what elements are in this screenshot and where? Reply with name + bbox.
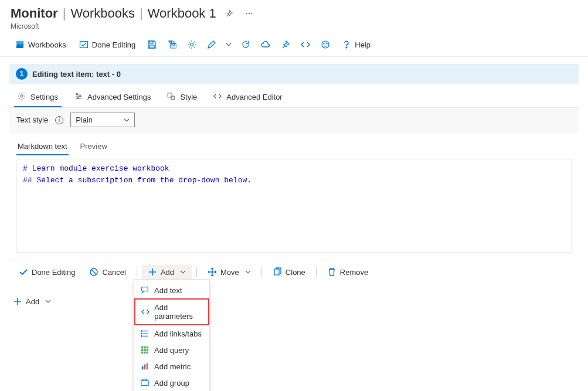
svg-rect-36 bbox=[147, 363, 148, 370]
item-toolbar: Done Editing Cancel Add Move bbox=[9, 260, 579, 284]
svg-rect-34 bbox=[142, 366, 144, 369]
svg-point-1 bbox=[249, 13, 250, 14]
clone-icon bbox=[273, 267, 282, 277]
done-editing-item-button[interactable]: Done Editing bbox=[13, 265, 81, 279]
tab-style[interactable]: Style bbox=[164, 87, 200, 107]
page-add-button[interactable]: Add bbox=[11, 294, 53, 308]
svg-rect-31 bbox=[141, 352, 144, 354]
cloud-icon[interactable] bbox=[257, 38, 274, 52]
svg-rect-7 bbox=[169, 41, 172, 43]
add-button[interactable]: Add bbox=[142, 265, 192, 279]
save-as-icon[interactable] bbox=[164, 38, 180, 52]
svg-rect-4 bbox=[80, 42, 87, 48]
pin-icon[interactable] bbox=[222, 6, 236, 21]
title-name: Workbook 1 bbox=[148, 6, 216, 21]
save-icon[interactable] bbox=[144, 38, 160, 52]
tab-settings[interactable]: Settings bbox=[14, 87, 62, 107]
plus-icon bbox=[148, 267, 157, 277]
svg-point-2 bbox=[251, 13, 252, 14]
editing-panel: 1 Editing text item: text - 0 Settings A… bbox=[9, 64, 579, 284]
svg-rect-8 bbox=[172, 43, 174, 45]
move-icon bbox=[208, 267, 217, 277]
pencil-icon[interactable] bbox=[203, 38, 220, 52]
svg-point-9 bbox=[191, 43, 193, 46]
svg-point-16 bbox=[79, 96, 80, 97]
settings-gear-icon[interactable] bbox=[183, 38, 200, 52]
svg-rect-21 bbox=[274, 269, 279, 275]
group-icon bbox=[140, 378, 149, 387]
comment-icon bbox=[140, 285, 149, 295]
svg-point-24 bbox=[141, 336, 142, 337]
pin-toolbar-icon[interactable] bbox=[277, 38, 294, 52]
code-icon[interactable] bbox=[297, 38, 314, 52]
svg-rect-33 bbox=[147, 352, 149, 354]
svg-rect-6 bbox=[149, 45, 154, 48]
help-icon bbox=[342, 40, 351, 49]
done-editing-icon bbox=[79, 40, 89, 49]
svg-rect-27 bbox=[147, 346, 149, 349]
svg-rect-28 bbox=[141, 349, 144, 351]
smile-icon[interactable] bbox=[317, 38, 334, 52]
svg-rect-37 bbox=[141, 381, 148, 386]
workbooks-button[interactable]: Workbooks bbox=[11, 38, 71, 52]
tab-advanced-settings[interactable]: Advanced Settings bbox=[71, 87, 154, 107]
menu-add-parameters[interactable]: Add parameters bbox=[134, 298, 209, 325]
sliders-icon bbox=[74, 92, 84, 101]
svg-rect-38 bbox=[143, 379, 147, 381]
list-icon bbox=[140, 329, 149, 338]
svg-point-14 bbox=[21, 95, 23, 97]
svg-point-11 bbox=[324, 43, 324, 44]
svg-point-17 bbox=[77, 97, 79, 98]
svg-point-22 bbox=[141, 331, 142, 332]
remove-button[interactable]: Remove bbox=[321, 265, 374, 279]
tab-preview[interactable]: Preview bbox=[79, 138, 108, 155]
move-button[interactable]: Move bbox=[202, 265, 257, 279]
svg-point-15 bbox=[76, 93, 77, 94]
help-button[interactable]: Help bbox=[337, 38, 375, 52]
text-style-label: Text style bbox=[16, 115, 48, 124]
tab-advanced-editor[interactable]: Advanced Editor bbox=[210, 87, 285, 107]
pencil-chevron-icon[interactable] bbox=[223, 42, 234, 47]
code-brackets-icon bbox=[213, 92, 223, 101]
step-badge: 1 bbox=[16, 68, 28, 80]
svg-rect-5 bbox=[149, 41, 153, 43]
more-icon[interactable] bbox=[242, 6, 256, 21]
cancel-button[interactable]: Cancel bbox=[83, 265, 131, 279]
gear-icon bbox=[18, 92, 27, 101]
info-icon[interactable]: i bbox=[55, 116, 63, 124]
markdown-editor[interactable]: # Learn module exercise workbook ## Sele… bbox=[16, 159, 572, 253]
svg-rect-25 bbox=[141, 346, 144, 349]
editor-line: # Learn module exercise workbook bbox=[23, 163, 565, 175]
tab-markdown-text[interactable]: Markdown text bbox=[16, 138, 69, 155]
editor-line: ## Select a subscription from the drop-d… bbox=[23, 175, 565, 186]
clone-button[interactable]: Clone bbox=[267, 265, 311, 279]
workbooks-icon bbox=[15, 40, 25, 49]
cancel-icon bbox=[89, 267, 98, 277]
done-editing-button[interactable]: Done Editing bbox=[74, 38, 140, 52]
menu-add-query[interactable]: Add query bbox=[134, 342, 209, 358]
svg-point-10 bbox=[322, 41, 329, 48]
add-menu: Add text Add parameters Add links/tabs A… bbox=[134, 279, 210, 391]
code-params-icon bbox=[141, 307, 149, 317]
svg-rect-29 bbox=[144, 349, 146, 351]
menu-add-group[interactable]: Add group bbox=[134, 375, 209, 391]
check-icon bbox=[19, 267, 28, 277]
text-style-dropdown[interactable]: Plain bbox=[70, 113, 135, 127]
command-bar: Workbooks Done Editing Help bbox=[0, 33, 588, 57]
plus-icon bbox=[13, 297, 22, 306]
svg-point-23 bbox=[141, 333, 142, 334]
bar-chart-icon bbox=[140, 362, 149, 371]
trash-icon bbox=[327, 267, 337, 277]
svg-point-12 bbox=[327, 43, 327, 44]
menu-add-text[interactable]: Add text bbox=[134, 282, 209, 298]
svg-point-0 bbox=[246, 13, 247, 14]
menu-add-links-tabs[interactable]: Add links/tabs bbox=[134, 325, 209, 342]
title-section: Workbooks bbox=[70, 6, 135, 21]
style-layout-icon bbox=[167, 92, 176, 101]
menu-add-metric[interactable]: Add metric bbox=[134, 358, 209, 375]
panel-tabs: Settings Advanced Settings Style Advance… bbox=[9, 84, 579, 108]
svg-rect-30 bbox=[147, 349, 149, 351]
tenant-label: Microsoft bbox=[11, 22, 577, 30]
svg-point-13 bbox=[346, 47, 347, 48]
refresh-icon[interactable] bbox=[237, 38, 254, 52]
